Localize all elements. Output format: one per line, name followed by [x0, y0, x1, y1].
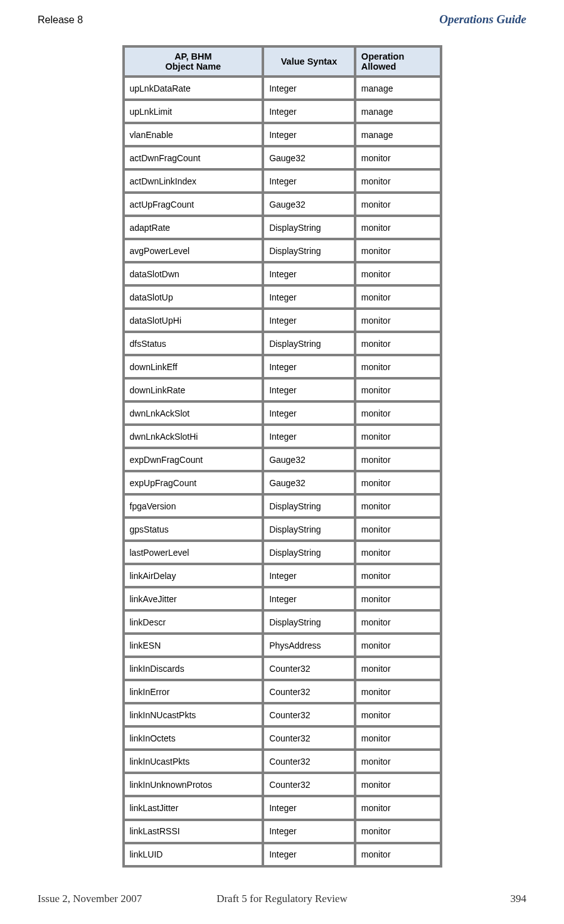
cell-value-syntax: Counter32: [263, 680, 355, 703]
cell-object-name: expUpFragCount: [124, 471, 263, 494]
cell-object-name: dataSlotDwn: [124, 262, 263, 285]
cell-operation: monitor: [355, 332, 441, 355]
cell-operation: monitor: [355, 169, 441, 193]
cell-operation: monitor: [355, 494, 441, 518]
cell-operation: monitor: [355, 610, 441, 634]
table-row: linkInUnknownProtosCounter32monitor: [124, 773, 441, 796]
cell-object-name: actDwnFragCount: [124, 146, 263, 169]
cell-operation: manage: [355, 100, 441, 123]
table-row: linkAveJitterIntegermonitor: [124, 587, 441, 610]
table-row: dwnLnkAckSlotIntegermonitor: [124, 401, 441, 425]
cell-operation: monitor: [355, 634, 441, 657]
cell-object-name: dwnLnkAckSlotHi: [124, 425, 263, 448]
cell-operation: monitor: [355, 564, 441, 587]
cell-value-syntax: Gauge32: [263, 471, 355, 494]
table-row: linkESNPhysAddressmonitor: [124, 634, 441, 657]
cell-value-syntax: Gauge32: [263, 146, 355, 169]
cell-value-syntax: Integer: [263, 77, 355, 100]
cell-operation: monitor: [355, 146, 441, 169]
cell-object-name: dataSlotUp: [124, 285, 263, 309]
table-row: dataSlotUpHiIntegermonitor: [124, 309, 441, 332]
table-row: expDwnFragCountGauge32monitor: [124, 448, 441, 471]
cell-operation: monitor: [355, 657, 441, 680]
cell-value-syntax: Integer: [263, 587, 355, 610]
cell-object-name: fpgaVersion: [124, 494, 263, 518]
header-value-syntax: Value Syntax: [263, 46, 355, 77]
cell-object-name: linkInUcastPkts: [124, 750, 263, 773]
cell-operation: monitor: [355, 843, 441, 866]
cell-object-name: downLinkEff: [124, 355, 263, 378]
cell-operation: monitor: [355, 193, 441, 216]
cell-value-syntax: Integer: [263, 123, 355, 146]
cell-object-name: linkLUID: [124, 843, 263, 866]
footer-right-text: 394: [363, 893, 526, 905]
cell-object-name: upLnkDataRate: [124, 77, 263, 100]
table-row: upLnkDataRateIntegermanage: [124, 77, 441, 100]
cell-operation: monitor: [355, 820, 441, 843]
table-row: downLinkEffIntegermonitor: [124, 355, 441, 378]
table-row: linkAirDelayIntegermonitor: [124, 564, 441, 587]
cell-value-syntax: Integer: [263, 401, 355, 425]
cell-value-syntax: DisplayString: [263, 332, 355, 355]
table-row: vlanEnableIntegermanage: [124, 123, 441, 146]
cell-object-name: linkDescr: [124, 610, 263, 634]
cell-object-name: linkESN: [124, 634, 263, 657]
cell-value-syntax: DisplayString: [263, 216, 355, 239]
header-left-text: Release 8: [38, 14, 83, 26]
cell-operation: monitor: [355, 355, 441, 378]
cell-object-name: linkInOctets: [124, 726, 263, 750]
table-row: lastPowerLevelDisplayStringmonitor: [124, 541, 441, 564]
header-object-name: AP, BHM Object Name: [124, 46, 263, 77]
cell-object-name: linkInNUcastPkts: [124, 703, 263, 726]
table-row: linkInNUcastPktsCounter32monitor: [124, 703, 441, 726]
cell-object-name: actDwnLinkIndex: [124, 169, 263, 193]
table-row: dataSlotDwnIntegermonitor: [124, 262, 441, 285]
cell-operation: monitor: [355, 750, 441, 773]
cell-value-syntax: Counter32: [263, 750, 355, 773]
cell-operation: monitor: [355, 518, 441, 541]
header-operation-line1: Operation: [361, 51, 404, 61]
cell-value-syntax: Counter32: [263, 726, 355, 750]
cell-value-syntax: DisplayString: [263, 494, 355, 518]
cell-operation: monitor: [355, 425, 441, 448]
cell-value-syntax: Gauge32: [263, 193, 355, 216]
cell-value-syntax: DisplayString: [263, 541, 355, 564]
cell-object-name: dataSlotUpHi: [124, 309, 263, 332]
cell-object-name: vlanEnable: [124, 123, 263, 146]
cell-object-name: dwnLnkAckSlot: [124, 401, 263, 425]
cell-object-name: expDwnFragCount: [124, 448, 263, 471]
cell-value-syntax: Integer: [263, 564, 355, 587]
cell-value-syntax: Integer: [263, 309, 355, 332]
cell-object-name: linkInUnknownProtos: [124, 773, 263, 796]
cell-value-syntax: Gauge32: [263, 448, 355, 471]
cell-value-syntax: Integer: [263, 378, 355, 401]
cell-object-name: avgPowerLevel: [124, 239, 263, 262]
cell-value-syntax: Integer: [263, 425, 355, 448]
table-row: linkInUcastPktsCounter32monitor: [124, 750, 441, 773]
table-row: avgPowerLevelDisplayStringmonitor: [124, 239, 441, 262]
cell-operation: monitor: [355, 448, 441, 471]
table-row: linkLUIDIntegermonitor: [124, 843, 441, 866]
cell-object-name: adaptRate: [124, 216, 263, 239]
table-header-row: AP, BHM Object Name Value Syntax Operati…: [124, 46, 441, 77]
cell-operation: monitor: [355, 239, 441, 262]
cell-operation: monitor: [355, 541, 441, 564]
cell-operation: monitor: [355, 309, 441, 332]
cell-object-name: linkAirDelay: [124, 564, 263, 587]
cell-value-syntax: Integer: [263, 796, 355, 819]
table-body: upLnkDataRateIntegermanageupLnkLimitInte…: [124, 77, 441, 866]
cell-operation: monitor: [355, 262, 441, 285]
cell-value-syntax: Counter32: [263, 773, 355, 796]
table-row: dataSlotUpIntegermonitor: [124, 285, 441, 309]
header-operation-line2: Allowed: [361, 61, 396, 72]
cell-value-syntax: Counter32: [263, 703, 355, 726]
cell-operation: monitor: [355, 703, 441, 726]
table-row: dfsStatusDisplayStringmonitor: [124, 332, 441, 355]
table-row: gpsStatusDisplayStringmonitor: [124, 518, 441, 541]
cell-value-syntax: Integer: [263, 820, 355, 843]
header-operation-allowed: Operation Allowed: [355, 46, 441, 77]
cell-value-syntax: Integer: [263, 355, 355, 378]
table-row: linkDescrDisplayStringmonitor: [124, 610, 441, 634]
cell-value-syntax: Counter32: [263, 657, 355, 680]
document-page: Release 8 Operations Guide AP, BHM Objec…: [0, 0, 564, 924]
